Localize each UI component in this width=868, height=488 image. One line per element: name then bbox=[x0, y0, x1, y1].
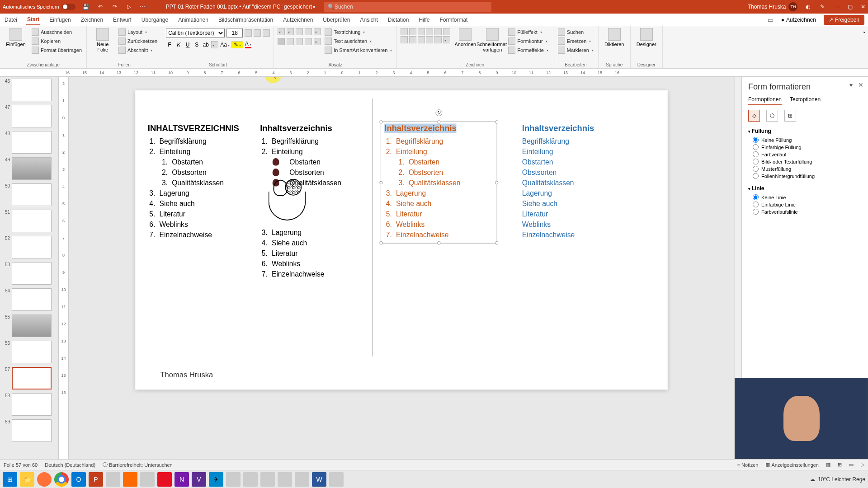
fill-section-header[interactable]: Füllung bbox=[748, 128, 862, 134]
increase-font-icon[interactable] bbox=[245, 29, 252, 37]
copy-button[interactable]: Kopieren bbox=[31, 37, 83, 45]
bullets-icon[interactable] bbox=[278, 28, 285, 35]
tab-datei[interactable]: Datei bbox=[4, 15, 18, 25]
shape-brace1-icon[interactable] bbox=[418, 36, 425, 43]
thumbnail-row[interactable]: 53 bbox=[2, 262, 57, 285]
case-button[interactable]: Aa bbox=[220, 42, 230, 48]
close-icon[interactable]: ✕ bbox=[861, 4, 865, 10]
line-gradient-option[interactable]: Farbverlaufslinie bbox=[753, 209, 862, 215]
slide[interactable]: INHALTSVERZEICHNIS 1.Begriffsklärung 2.E… bbox=[135, 90, 668, 389]
bold-button[interactable]: F bbox=[166, 42, 173, 48]
view-normal-icon[interactable]: ▦ bbox=[826, 462, 830, 468]
fill-line-tab-icon[interactable]: ◇ bbox=[748, 110, 760, 122]
maximize-icon[interactable]: ▢ bbox=[848, 4, 853, 10]
thumbnail-row[interactable]: 56 bbox=[2, 341, 57, 363]
justify-icon[interactable] bbox=[305, 38, 312, 45]
redo-icon[interactable]: ↷ bbox=[111, 3, 119, 11]
thumbnail[interactable] bbox=[12, 210, 52, 232]
tab-start[interactable]: Start bbox=[26, 14, 40, 25]
user-account[interactable]: Thomas Hruska TH bbox=[748, 2, 798, 11]
qat-more-icon[interactable]: ⋯ bbox=[140, 3, 148, 11]
cut-button[interactable]: Ausschneiden bbox=[31, 28, 83, 36]
thumbnail[interactable] bbox=[12, 341, 52, 363]
thumbnail-row[interactable]: 59 bbox=[2, 419, 57, 442]
save-icon[interactable]: 💾 bbox=[82, 3, 90, 11]
shape-brace2-icon[interactable] bbox=[426, 36, 433, 43]
size-tab-icon[interactable]: ⊞ bbox=[784, 110, 796, 122]
thumbnail[interactable] bbox=[12, 367, 52, 389]
app-icon[interactable] bbox=[243, 472, 258, 487]
quick-styles-button[interactable]: Schnellformat- vorlagen bbox=[480, 28, 505, 52]
thumbnail-row[interactable]: 50 bbox=[2, 183, 57, 206]
font-size-input[interactable] bbox=[226, 28, 243, 38]
replace-button[interactable]: Ersetzen bbox=[557, 37, 594, 45]
toc-column-1[interactable]: INHALTSVERZEICHNIS 1.Begriffsklärung 2.E… bbox=[148, 124, 256, 241]
font-color-button[interactable]: A bbox=[245, 41, 251, 48]
align-center-icon[interactable] bbox=[287, 38, 294, 45]
tab-uebergaenge[interactable]: Übergänge bbox=[141, 15, 169, 25]
resize-handle[interactable] bbox=[495, 120, 498, 123]
shape-outline-button[interactable]: Formkontur bbox=[507, 37, 549, 45]
autosave-toggle[interactable] bbox=[62, 4, 75, 10]
start-button[interactable]: ⊞ bbox=[3, 472, 17, 487]
thumbnail-row[interactable]: 46 bbox=[2, 79, 57, 101]
thumbnail[interactable] bbox=[12, 288, 52, 311]
shape-free-icon[interactable] bbox=[409, 36, 416, 43]
section-button[interactable]: Abschnitt bbox=[118, 46, 158, 54]
tab-dictation[interactable]: Dictation bbox=[387, 15, 410, 25]
smartart-button[interactable]: In SmartArt konvertieren bbox=[324, 46, 393, 54]
find-button[interactable]: Suchen bbox=[557, 28, 594, 36]
toc-column-4[interactable]: Inhaltsverzeichnis Begriffsklärung Einte… bbox=[522, 124, 630, 241]
strike-button[interactable]: ab bbox=[202, 42, 209, 48]
accessibility-status[interactable]: ⓘ Barrierefreiheit: Untersuchen bbox=[103, 461, 173, 468]
app-icon[interactable] bbox=[157, 472, 172, 487]
resize-handle[interactable] bbox=[495, 181, 498, 184]
ruler-vertical[interactable]: 21012345678910111213141516 bbox=[59, 77, 69, 459]
firefox-icon[interactable] bbox=[37, 472, 52, 487]
onenote-icon[interactable]: N bbox=[175, 472, 189, 487]
italic-button[interactable]: K bbox=[175, 42, 182, 48]
search-input[interactable] bbox=[335, 4, 488, 10]
app-icon[interactable] bbox=[329, 472, 344, 487]
decrease-font-icon[interactable] bbox=[254, 29, 261, 37]
app-icon[interactable] bbox=[123, 472, 137, 487]
fill-picture-option[interactable]: Bild- oder Texturfüllung bbox=[753, 159, 862, 164]
notes-button[interactable]: ≡ Notizen bbox=[737, 462, 759, 468]
decrease-indent-icon[interactable] bbox=[296, 28, 303, 35]
format-painter-button[interactable]: Format übertragen bbox=[31, 46, 83, 54]
thumbnail[interactable] bbox=[12, 314, 52, 337]
shape-oval-icon[interactable] bbox=[434, 28, 442, 35]
thumbnail-row[interactable]: 54 bbox=[2, 288, 57, 311]
thumbnail-row[interactable]: 58 bbox=[2, 393, 57, 416]
tab-einfuegen[interactable]: Einfügen bbox=[48, 15, 71, 25]
thumbnail[interactable] bbox=[12, 79, 52, 101]
align-left-icon[interactable] bbox=[278, 38, 285, 45]
resize-handle[interactable] bbox=[379, 181, 382, 184]
toc-column-3-selected[interactable]: Inhaltsverzeichnis 1.Begriffsklärung 2.E… bbox=[381, 122, 497, 244]
view-slideshow-icon[interactable]: ▷ bbox=[861, 462, 864, 468]
app-icon[interactable] bbox=[106, 472, 120, 487]
record-button[interactable]: ● Aufzeichnen bbox=[778, 15, 819, 24]
tab-entwurf[interactable]: Entwurf bbox=[112, 15, 132, 25]
collapse-ribbon-icon[interactable]: ▭ bbox=[768, 16, 774, 23]
shape-fill-button[interactable]: Fülleffekt bbox=[507, 28, 549, 36]
fill-slidebg-option[interactable]: Folienhintergrundfüllung bbox=[753, 173, 862, 179]
underline-button[interactable]: U bbox=[184, 42, 191, 48]
thumbnail[interactable] bbox=[12, 236, 52, 258]
resize-handle[interactable] bbox=[379, 241, 382, 244]
from-beginning-icon[interactable]: ▷ bbox=[125, 3, 133, 11]
line-none-option[interactable]: Keine Linie bbox=[753, 194, 862, 200]
tab-animationen[interactable]: Animationen bbox=[177, 15, 209, 25]
minimize-icon[interactable]: ─ bbox=[835, 4, 840, 10]
telegram-icon[interactable]: ✈ bbox=[209, 472, 223, 487]
thumbnail-row[interactable]: 47 bbox=[2, 105, 57, 127]
word-icon[interactable]: W bbox=[312, 472, 326, 487]
text-direction-button[interactable]: Textrichtung bbox=[324, 28, 393, 36]
slide-thumbnails[interactable]: 4647484950515253545556575859 bbox=[0, 77, 59, 459]
thumbnail-row[interactable]: 52 bbox=[2, 236, 57, 258]
line-solid-option[interactable]: Einfarbige Linie bbox=[753, 202, 862, 207]
line-spacing-icon[interactable] bbox=[314, 28, 321, 35]
ruler-horizontal[interactable]: 1615141312111098765432101234567891011121… bbox=[0, 69, 868, 77]
effects-tab-icon[interactable]: ⬠ bbox=[766, 110, 778, 122]
pane-options-icon[interactable]: ▾ ✕ bbox=[849, 81, 863, 89]
